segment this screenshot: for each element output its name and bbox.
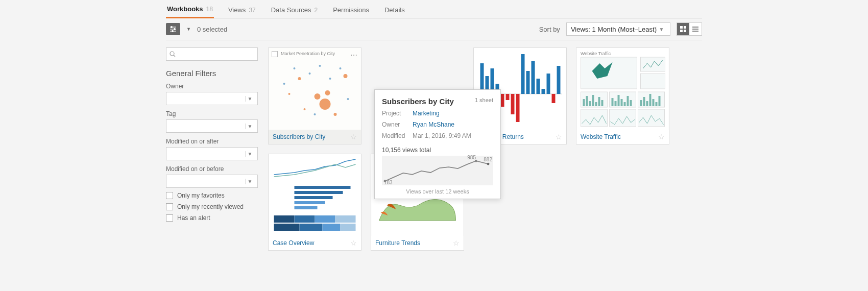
tab-workbooks[interactable]: Workbooks 18 bbox=[166, 2, 214, 18]
svg-rect-85 bbox=[295, 201, 325, 204]
svg-rect-73 bbox=[630, 100, 632, 106]
popover-views-total: 10,156 views total bbox=[382, 147, 493, 154]
selection-count: 0 selected bbox=[197, 26, 227, 33]
svg-rect-72 bbox=[627, 96, 629, 106]
star-icon[interactable]: ☆ bbox=[658, 133, 665, 141]
caret-down-icon: ▼ bbox=[657, 27, 666, 32]
star-icon[interactable]: ☆ bbox=[556, 133, 562, 141]
svg-point-19 bbox=[298, 77, 301, 80]
workbook-card[interactable]: Market Penetration by City ⋯ bbox=[268, 47, 361, 144]
svg-rect-53 bbox=[641, 74, 665, 89]
sort-select[interactable]: Views: 1 Month (Most–Least) ▼ bbox=[566, 22, 670, 36]
svg-point-3 bbox=[171, 27, 173, 28]
popover-owner-link[interactable]: Ryan McShane bbox=[413, 121, 454, 128]
tab-views[interactable]: Views 37 bbox=[227, 3, 257, 18]
dashboard-thumbnail bbox=[576, 48, 669, 130]
map-dot-thumbnail bbox=[269, 48, 361, 130]
tab-details[interactable]: Details bbox=[383, 3, 406, 18]
spark-peak-value: 985 bbox=[467, 155, 476, 160]
check-label: Only my favorites bbox=[177, 192, 225, 199]
svg-point-98 bbox=[487, 163, 490, 165]
svg-rect-68 bbox=[615, 101, 617, 106]
popover-modified-label: Modified bbox=[382, 132, 408, 139]
list-view-button[interactable] bbox=[689, 23, 702, 35]
sliders-icon bbox=[170, 26, 177, 33]
owner-label: Owner bbox=[166, 83, 258, 90]
svg-rect-92 bbox=[300, 224, 323, 231]
svg-point-29 bbox=[319, 65, 321, 67]
tag-label: Tag bbox=[166, 110, 258, 117]
search-input[interactable] bbox=[166, 47, 258, 61]
svg-rect-38 bbox=[501, 94, 504, 107]
modified-after-select[interactable]: ▼ bbox=[166, 147, 258, 160]
caret-down-icon: ▼ bbox=[245, 179, 254, 184]
svg-point-20 bbox=[288, 93, 291, 95]
sidebar: General Filters Owner ▼ Tag ▼ Modified o… bbox=[166, 47, 258, 251]
svg-rect-10 bbox=[692, 27, 698, 28]
thumb-title: Market Penetration by City bbox=[281, 51, 335, 56]
svg-rect-6 bbox=[680, 26, 683, 29]
workbook-card[interactable]: Case Overview ☆ bbox=[268, 154, 361, 251]
svg-rect-11 bbox=[692, 29, 698, 30]
content-area: Market Penetration by City ⋯ bbox=[268, 47, 702, 251]
tabs: Workbooks 18 Views 37 Data Sources 2 Per… bbox=[166, 0, 702, 18]
grid-view-button[interactable] bbox=[677, 23, 689, 35]
star-icon[interactable]: ☆ bbox=[453, 239, 460, 247]
svg-rect-51 bbox=[581, 57, 637, 89]
svg-rect-43 bbox=[526, 71, 530, 94]
svg-point-28 bbox=[283, 83, 285, 85]
svg-rect-93 bbox=[323, 224, 341, 231]
star-icon[interactable]: ☆ bbox=[350, 133, 357, 141]
svg-rect-66 bbox=[601, 100, 604, 106]
svg-point-27 bbox=[347, 98, 349, 100]
card-checkbox[interactable] bbox=[272, 51, 278, 57]
svg-point-16 bbox=[320, 99, 331, 110]
svg-rect-63 bbox=[592, 95, 594, 106]
case-overview-thumbnail bbox=[269, 154, 361, 236]
tab-count: 18 bbox=[206, 6, 213, 13]
workbook-title: Subscribers by City bbox=[273, 133, 325, 140]
svg-rect-39 bbox=[506, 94, 510, 100]
workbook-thumbnail: Market Penetration by City ⋯ bbox=[269, 48, 361, 130]
svg-rect-40 bbox=[511, 94, 515, 114]
popover-modified-value: Mar 1, 2016, 9:49 AM bbox=[413, 132, 471, 139]
svg-point-24 bbox=[294, 67, 296, 69]
popover-owner-label: Owner bbox=[382, 121, 408, 128]
alert-checkbox-row[interactable]: Has an alert bbox=[166, 214, 258, 222]
svg-rect-41 bbox=[516, 94, 520, 122]
workbook-thumbnail bbox=[269, 154, 361, 236]
more-icon[interactable]: ⋯ bbox=[350, 51, 358, 59]
svg-rect-46 bbox=[542, 89, 545, 94]
recent-checkbox-row[interactable]: Only my recently viewed bbox=[166, 203, 258, 210]
svg-rect-88 bbox=[295, 215, 315, 223]
workbook-thumbnail: Website Traffic bbox=[576, 48, 669, 130]
svg-rect-62 bbox=[589, 101, 591, 106]
filters-heading: General Filters bbox=[166, 69, 258, 78]
tab-label: Data Sources bbox=[271, 6, 311, 14]
star-icon[interactable]: ☆ bbox=[350, 239, 357, 247]
svg-rect-78 bbox=[653, 99, 655, 106]
tag-select[interactable]: ▼ bbox=[166, 119, 258, 133]
checkbox-icon bbox=[166, 203, 173, 210]
popover-project-label: Project bbox=[382, 110, 408, 117]
svg-rect-74 bbox=[640, 100, 642, 106]
search-icon bbox=[170, 51, 176, 57]
svg-point-31 bbox=[314, 113, 316, 115]
svg-rect-69 bbox=[618, 95, 620, 106]
workbook-card[interactable]: Website Traffic bbox=[576, 47, 669, 144]
svg-rect-77 bbox=[649, 94, 652, 106]
svg-rect-64 bbox=[595, 102, 597, 106]
owner-select[interactable]: ▼ bbox=[166, 92, 258, 105]
svg-rect-79 bbox=[656, 102, 658, 106]
sparkline-icon bbox=[382, 156, 493, 185]
svg-rect-83 bbox=[295, 191, 343, 194]
svg-rect-80 bbox=[659, 96, 661, 106]
svg-rect-42 bbox=[521, 54, 525, 94]
modified-before-select[interactable]: ▼ bbox=[166, 175, 258, 188]
list-icon bbox=[692, 26, 698, 32]
tab-permissions[interactable]: Permissions bbox=[332, 3, 370, 18]
favorites-checkbox-row[interactable]: Only my favorites bbox=[166, 192, 258, 199]
popover-project-link[interactable]: Marketing bbox=[413, 110, 440, 117]
filter-toggle-button[interactable] bbox=[166, 23, 180, 35]
tab-data-sources[interactable]: Data Sources 2 bbox=[270, 3, 319, 18]
